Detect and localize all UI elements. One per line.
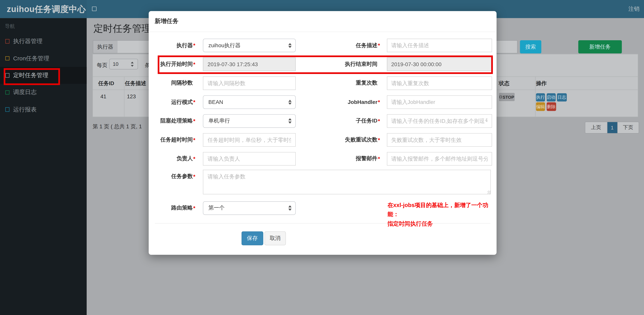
modal-title: 新增任务 xyxy=(155,17,178,25)
column-divider xyxy=(535,76,536,117)
select-stepper-icon xyxy=(288,205,292,211)
child-jobid-input[interactable] xyxy=(387,114,492,128)
executor-filter-label: 执行器 xyxy=(93,40,118,53)
route-strategy-label: 路由策略* xyxy=(148,201,195,215)
sidebar-header: 导航 xyxy=(5,23,15,30)
task-desc-input[interactable] xyxy=(387,39,492,52)
select-stepper-icon xyxy=(288,100,292,105)
repeat-count-input[interactable] xyxy=(387,76,492,90)
current-page-button[interactable]: 1 xyxy=(607,122,617,133)
child-jobid-label: 子任务ID* xyxy=(321,114,380,128)
square-outline-icon xyxy=(499,96,502,98)
col-header-actions: 操作 xyxy=(536,80,546,87)
executor-select[interactable]: zuihou执行器 xyxy=(203,39,296,52)
square-outline-icon xyxy=(5,107,10,111)
square-outline-icon xyxy=(5,73,10,78)
col-header-task-id: 任务ID xyxy=(98,80,114,87)
log-button[interactable]: 日志 xyxy=(557,93,567,102)
search-button[interactable]: 搜索 xyxy=(520,40,541,53)
fail-retry-label: 失败重试次数* xyxy=(321,133,380,147)
resize-grip-icon[interactable] xyxy=(487,191,491,194)
add-task-modal: 新增任务 执行器* zuihou执行器 任务描述* 执行开始时间* 执行结束时间… xyxy=(148,11,497,255)
modal-footer-divider xyxy=(155,223,490,223)
jobhandler-input[interactable] xyxy=(387,95,492,109)
delete-button[interactable]: 删除 xyxy=(546,102,556,111)
annotation-note: 在xxl-jobs项目的基础上，新增了一个功能： 指定时间执行任务 xyxy=(388,201,495,228)
timeout-label: 任务超时时间* xyxy=(148,133,195,147)
task-desc-label: 任务描述* xyxy=(321,39,380,52)
block-strategy-label: 阻塞处理策略* xyxy=(148,114,195,128)
prev-page-button[interactable]: 上页 xyxy=(585,122,607,133)
sidebar-item-scheduled-task-mgmt[interactable]: 定时任务管理 xyxy=(0,67,87,84)
square-outline-icon xyxy=(5,90,10,94)
task-param-label: 任务参数* xyxy=(148,170,195,183)
brand-logo: zuihou任务调度中心 xyxy=(0,0,87,18)
brand-title: zuihou任务调度中心 xyxy=(7,3,86,15)
per-page-select[interactable]: 10 xyxy=(109,59,138,70)
select-stepper-icon xyxy=(130,62,134,67)
jobhandler-label: JobHandler* xyxy=(321,95,380,109)
modal-header-divider xyxy=(148,32,497,32)
executor-label: 执行器* xyxy=(148,39,195,52)
route-strategy-select[interactable]: 第一个 xyxy=(203,201,296,215)
add-task-button[interactable]: 新增任务 xyxy=(578,40,622,53)
sidebar-item-executor-mgmt[interactable]: 执行器管理 xyxy=(0,33,87,50)
pagination: 上页 1 下页 xyxy=(585,122,639,134)
column-divider xyxy=(124,76,124,117)
run-mode-select[interactable]: BEAN xyxy=(203,95,296,109)
alarm-email-label: 报警邮件* xyxy=(321,152,380,166)
cancel-button[interactable]: 取消 xyxy=(264,231,286,245)
task-param-textarea[interactable] xyxy=(203,170,491,194)
timeout-input[interactable] xyxy=(203,133,296,147)
sidebar-item-dispatch-log[interactable]: 调度日志 xyxy=(0,84,87,101)
interval-label: 间隔秒数* xyxy=(148,76,195,90)
start-time-label: 执行开始时间* xyxy=(148,58,195,71)
sidebar-toggle-icon[interactable] xyxy=(92,7,96,11)
logout-link[interactable]: 注销 xyxy=(628,6,639,13)
col-header-task-desc: 任务描述 xyxy=(125,80,146,87)
run-button[interactable]: 执行 xyxy=(536,93,545,102)
edit-button[interactable]: 编辑 xyxy=(536,102,545,111)
end-time-input[interactable] xyxy=(387,58,492,71)
alarm-email-input[interactable] xyxy=(387,152,492,166)
sidebar-item-run-report[interactable]: 运行报表 xyxy=(0,101,87,118)
select-stepper-icon xyxy=(288,118,292,124)
next-page-button[interactable]: 下页 xyxy=(617,122,638,133)
select-stepper-icon xyxy=(288,43,292,48)
sidebar-item-cron-task-mgmt[interactable]: Cron任务管理 xyxy=(0,50,87,67)
run-mode-label: 运行模式* xyxy=(148,95,195,109)
save-button[interactable]: 保存 xyxy=(242,231,263,245)
block-strategy-select[interactable]: 单机串行 xyxy=(203,114,296,128)
square-outline-icon xyxy=(5,56,10,61)
cell-task-desc: 123 xyxy=(127,93,136,99)
pagination-summary: 第 1 页 ( 总共 1 页, 1 xyxy=(93,123,142,130)
author-label: 负责人* xyxy=(148,152,195,166)
square-outline-icon xyxy=(5,39,10,44)
author-input[interactable] xyxy=(203,152,296,166)
start-button[interactable]: 启动 xyxy=(546,93,556,102)
start-time-input[interactable] xyxy=(203,58,296,71)
status-badge: STOP xyxy=(499,93,514,101)
end-time-label: 执行结束时间* xyxy=(321,58,380,71)
interval-input[interactable] xyxy=(203,76,296,90)
fail-retry-input[interactable] xyxy=(387,133,492,147)
cell-task-id: 41 xyxy=(100,93,106,99)
col-header-status: 状态 xyxy=(499,80,510,87)
per-page-prefix: 每页 xyxy=(97,62,107,69)
page-title: 定时任务管理 xyxy=(94,22,151,35)
repeat-count-label: 重复次数* xyxy=(321,76,380,90)
sidebar: 导航 执行器管理 Cron任务管理 定时任务管理 调度日志 运行报表 xyxy=(0,18,87,315)
